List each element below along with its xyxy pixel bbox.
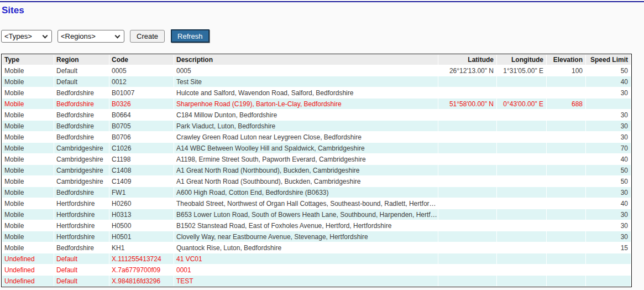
- sites-table: TypeRegionCodeDescriptionLatitudeLongitu…: [1, 54, 632, 287]
- cell-region: Cambridgeshire: [54, 154, 109, 164]
- cell-elevation: 688: [547, 99, 585, 109]
- table-row[interactable]: MobileCambridgeshireC1198A1198, Ermine S…: [2, 154, 631, 164]
- cell-longitude: [497, 110, 546, 120]
- regions-filter-select[interactable]: <Regions>: [57, 30, 124, 43]
- cell-code: C1409: [109, 176, 174, 187]
- table-row[interactable]: MobileBedfordshireFW1A600 High Road, Cot…: [2, 187, 631, 198]
- cell-speed_limit: 50: [586, 165, 631, 175]
- table-row[interactable]: MobileBedfordshireB0326Sharpenhoe Road (…: [2, 99, 631, 109]
- table-row[interactable]: MobileCambridgeshireC1026A14 WBC Between…: [2, 143, 631, 153]
- cell-code: H0313: [109, 209, 174, 220]
- cell-description: A1 Great North Road (Southbound), Buckde…: [174, 176, 438, 187]
- cell-latitude: [438, 121, 496, 131]
- cell-code: B0326: [109, 99, 174, 109]
- cell-code: B0664: [109, 110, 174, 120]
- cell-region: Default: [54, 253, 109, 264]
- cell-longitude: [497, 242, 546, 253]
- cell-speed_limit: 30: [586, 220, 631, 231]
- cell-latitude: [438, 76, 496, 87]
- cell-region: Cambridgeshire: [54, 143, 109, 153]
- types-filter-wrap: <Types>: [1, 30, 52, 43]
- table-row[interactable]: MobileBedfordshireB01007Hulcote and Salf…: [2, 87, 631, 98]
- cell-elevation: [547, 253, 585, 264]
- cell-speed_limit: 40: [586, 154, 631, 164]
- cell-type: Mobile: [2, 165, 54, 175]
- column-header-description: Description: [174, 55, 438, 65]
- cell-latitude: [438, 154, 496, 164]
- table-row[interactable]: MobileBedfordshireKH1Quantock Rise, Luto…: [2, 242, 631, 253]
- cell-region: Default: [54, 265, 109, 275]
- cell-latitude: 26°12'13.00" N: [438, 65, 496, 76]
- cell-longitude: [497, 76, 546, 87]
- cell-code: H0501: [109, 231, 174, 242]
- cell-longitude: [497, 253, 546, 264]
- cell-speed_limit: 50: [586, 176, 631, 187]
- column-header-region: Region: [54, 55, 109, 65]
- cell-description: Theobald Street, Northwest of Organ Hall…: [174, 198, 438, 209]
- table-row[interactable]: MobileCambridgeshireC1408A1 Great North …: [2, 165, 631, 175]
- cell-longitude: [497, 198, 546, 209]
- cell-type: Mobile: [2, 65, 54, 76]
- table-row[interactable]: UndefinedDefaultX.984816fd3296TEST: [2, 276, 631, 286]
- cell-type: Undefined: [2, 253, 54, 264]
- cell-speed_limit: [586, 253, 631, 264]
- cell-region: Hertfordshire: [54, 220, 109, 231]
- cell-elevation: [547, 176, 585, 187]
- table-row[interactable]: MobileHertfordshireH0501Clovelly Way, ne…: [2, 231, 631, 242]
- cell-speed_limit: 30: [586, 187, 631, 198]
- cell-region: Hertfordshire: [54, 231, 109, 242]
- cell-elevation: [547, 143, 585, 153]
- cell-type: Mobile: [2, 231, 54, 242]
- table-row[interactable]: MobileBedfordshireB0664C184 Millow Dunto…: [2, 110, 631, 120]
- types-filter-select[interactable]: <Types>: [1, 30, 52, 43]
- cell-latitude: [438, 143, 496, 153]
- table-row[interactable]: MobileCambridgeshireC1409A1 Great North …: [2, 176, 631, 187]
- cell-region: Default: [54, 76, 109, 87]
- cell-latitude: 51°58'00.00" N: [438, 99, 496, 109]
- cell-description: B1502 Stanstead Road, East of Foxholes A…: [174, 220, 438, 231]
- create-button[interactable]: Create: [130, 30, 165, 43]
- cell-code: 0005: [109, 65, 174, 76]
- cell-latitude: [438, 87, 496, 98]
- cell-longitude: 1°31'05.00" E: [497, 65, 546, 76]
- table-row[interactable]: MobileBedfordshireB0706Crawley Green Roa…: [2, 132, 631, 142]
- cell-code: B01007: [109, 87, 174, 98]
- table-row[interactable]: MobileHertfordshireH0500B1502 Stanstead …: [2, 220, 631, 231]
- cell-type: Mobile: [2, 187, 54, 198]
- cell-latitude: [438, 253, 496, 264]
- cell-code: X.984816fd3296: [109, 276, 174, 286]
- cell-description: A1198, Ermine Street South, Papworth Eve…: [174, 154, 438, 164]
- cell-region: Hertfordshire: [54, 198, 109, 209]
- cell-latitude: [438, 242, 496, 253]
- table-row[interactable]: UndefinedDefaultX.7a6779700f090001: [2, 265, 631, 275]
- table-row[interactable]: MobileDefault0005000526°12'13.00" N1°31'…: [2, 65, 631, 76]
- cell-description: Crawley Green Road Luton near Leygreen C…: [174, 132, 438, 142]
- refresh-button[interactable]: Refresh: [171, 29, 210, 43]
- cell-description: C184 Millow Dunton, Bedfordshire: [174, 110, 438, 120]
- cell-description: TEST: [174, 276, 438, 286]
- cell-description: A1 Great North Road (Northbound), Buckde…: [174, 165, 438, 175]
- cell-latitude: [438, 132, 496, 142]
- cell-elevation: [547, 209, 585, 220]
- cell-elevation: [547, 121, 585, 131]
- cell-description: 0005: [174, 65, 438, 76]
- table-row[interactable]: MobileDefault0012Test Site40: [2, 76, 631, 87]
- cell-latitude: [438, 276, 496, 286]
- table-row[interactable]: MobileHertfordshireH0313B653 Lower Luton…: [2, 209, 631, 220]
- cell-type: Mobile: [2, 121, 54, 131]
- table-row[interactable]: UndefinedDefaultX.11125541372441 VC01: [2, 253, 631, 264]
- toolbar: <Types> <Regions> Create Refresh: [1, 29, 644, 43]
- cell-speed_limit: 30: [586, 110, 631, 120]
- cell-region: Bedfordshire: [54, 99, 109, 109]
- cell-region: Bedfordshire: [54, 242, 109, 253]
- table-row[interactable]: MobileBedfordshireB0705Park Viaduct, Lut…: [2, 121, 631, 131]
- cell-type: Mobile: [2, 209, 54, 220]
- cell-code: H0500: [109, 220, 174, 231]
- cell-longitude: [497, 165, 546, 175]
- cell-code: C1408: [109, 165, 174, 175]
- cell-region: Default: [54, 276, 109, 286]
- column-header-elevation: Elevation: [547, 55, 585, 65]
- table-row[interactable]: MobileHertfordshireH0260Theobald Street,…: [2, 198, 631, 209]
- cell-speed_limit: 30: [586, 209, 631, 220]
- cell-type: Mobile: [2, 198, 54, 209]
